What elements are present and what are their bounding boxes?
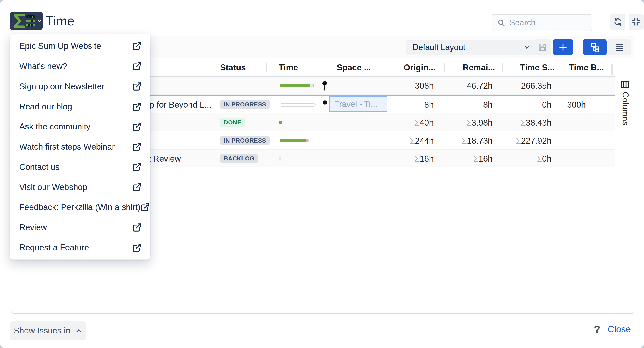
external-link-icon <box>132 162 142 172</box>
external-link-icon <box>132 102 142 111</box>
menu-item-whats-new[interactable]: What's new? <box>10 56 150 76</box>
original-estimate-value: Σ40h <box>386 118 434 128</box>
remaining-value: Σ3.98h <box>446 118 492 128</box>
space-category-cell-selected[interactable]: Travel - Ti... <box>329 96 388 112</box>
search-input-wrapper <box>492 14 592 31</box>
remaining-value: Σ18.73h <box>446 136 492 146</box>
status-badge: IN PROGRESS <box>220 136 270 145</box>
progress-bar <box>280 84 314 87</box>
show-issues-in-button[interactable]: Show Issues in <box>10 322 86 340</box>
time-spent-value: 266.35h <box>500 81 552 91</box>
tree-view-icon <box>590 42 600 52</box>
column-divider[interactable] <box>386 63 386 72</box>
refresh-button[interactable] <box>610 14 625 30</box>
scrollbar-thumb[interactable] <box>611 64 613 75</box>
column-divider[interactable] <box>561 63 562 72</box>
column-header-original[interactable]: Origin... <box>404 59 436 77</box>
status-badge: IN PROGRESS <box>220 100 270 109</box>
progress-bar <box>280 139 309 142</box>
chevron-down-icon <box>524 44 530 51</box>
column-divider[interactable] <box>327 63 328 72</box>
column-header-time-b[interactable]: Time B... <box>569 59 604 77</box>
column-divider[interactable] <box>502 63 503 72</box>
external-link-icon <box>132 243 142 252</box>
external-link-icon <box>132 182 142 192</box>
external-link-icon <box>132 82 142 91</box>
progress-bar <box>280 103 316 107</box>
status-badge: DONE <box>220 118 245 127</box>
epic-sum-up-dialog: Time <box>0 0 644 348</box>
plus-icon <box>558 42 568 52</box>
time-spent-value: Σ38.43h <box>500 118 552 128</box>
search-icon <box>497 19 505 26</box>
column-divider[interactable] <box>210 63 210 72</box>
progress-bar <box>279 121 282 124</box>
original-estimate-value: 308h <box>386 81 434 91</box>
time-spent-value: 0h <box>500 100 552 110</box>
column-header-time[interactable]: Time <box>278 59 298 77</box>
save-icon <box>538 42 547 52</box>
issue-summary: p for Beyond L... <box>150 100 212 110</box>
columns-icon[interactable] <box>620 80 630 90</box>
columns-panel-toggle[interactable]: Columns <box>620 92 630 126</box>
column-header-status[interactable]: Status <box>220 59 246 77</box>
save-layout-button[interactable] <box>534 39 551 55</box>
close-button[interactable]: Close <box>608 322 631 337</box>
tree-view-button[interactable] <box>583 39 607 55</box>
external-link-icon <box>140 202 150 212</box>
menu-item-feedback[interactable]: Feedback: Perkzilla (Win a shirt) <box>10 197 150 217</box>
list-view-button[interactable] <box>608 39 631 55</box>
menu-item-blog[interactable]: Read our blog <box>10 96 150 117</box>
add-button[interactable] <box>553 39 573 55</box>
collapse-icon <box>632 17 640 26</box>
external-link-icon <box>132 142 142 152</box>
issue-summary: t Review <box>148 154 181 164</box>
menu-item-webinar[interactable]: Watch first steps Webinar <box>10 137 150 157</box>
time-spent-value: Σ227.92h <box>500 136 552 146</box>
remaining-value: 46.72h <box>446 81 492 91</box>
time-marker-pin <box>322 81 327 91</box>
remaining-value: 8h <box>446 100 492 110</box>
external-link-icon <box>132 223 142 232</box>
chevron-up-icon <box>75 327 82 334</box>
original-estimate-value: 8h <box>386 100 434 110</box>
status-badge: BACKLOG <box>220 154 258 163</box>
search-input[interactable] <box>509 18 585 28</box>
column-divider[interactable] <box>266 63 266 72</box>
collapse-fullscreen-button[interactable] <box>628 14 644 30</box>
column-header-remaining[interactable]: Remai... <box>463 59 495 77</box>
refresh-icon <box>613 17 622 26</box>
menu-item-website[interactable]: Epic Sum Up Website <box>10 36 150 56</box>
external-link-icon <box>132 122 142 132</box>
menu-item-community[interactable]: Ask the community <box>10 117 150 137</box>
time-marker-pin <box>323 100 327 110</box>
menu-item-contact[interactable]: Contact us <box>10 157 150 177</box>
menu-item-review[interactable]: Review <box>10 217 150 238</box>
time-spent-value: Σ0h <box>500 154 552 164</box>
layout-select-value: Default Layout <box>412 43 465 52</box>
column-header-time-spent[interactable]: Time S... <box>520 59 555 77</box>
chevron-down-icon <box>36 18 42 24</box>
column-header-space[interactable]: Space ... <box>337 59 371 77</box>
column-divider[interactable] <box>444 63 445 72</box>
remaining-value: Σ16h <box>446 154 492 164</box>
progress-bar <box>279 157 281 161</box>
app-logo-menu-button[interactable] <box>10 12 43 30</box>
time-booked-value: 300h <box>546 100 586 110</box>
help-button[interactable]: ? <box>590 322 604 337</box>
menu-item-newsletter[interactable]: Sign up our Newsletter <box>10 76 150 96</box>
original-estimate-value: Σ244h <box>386 136 434 146</box>
screen: Time <box>0 0 644 348</box>
columns-panel-divider <box>615 59 615 314</box>
menu-item-webshop[interactable]: Visit our Webshop <box>10 177 150 197</box>
external-link-icon <box>132 61 142 71</box>
external-link-icon <box>132 41 142 51</box>
app-links-menu: Epic Sum Up Website What's new? Sign up … <box>10 34 150 260</box>
menu-item-request-feature[interactable]: Request a Feature <box>10 237 150 258</box>
list-view-icon <box>614 42 624 52</box>
original-estimate-value: Σ16h <box>386 154 434 164</box>
layout-select[interactable]: Default Layout <box>406 40 536 55</box>
page-title: Time <box>46 12 74 30</box>
